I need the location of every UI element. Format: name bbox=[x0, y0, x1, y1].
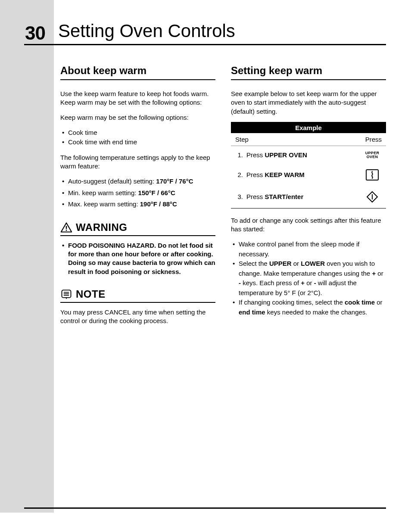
t: or bbox=[376, 270, 383, 277]
options-lead: Keep warm may be set the following optio… bbox=[60, 113, 215, 122]
list-item: Select the UPPER or LOWER oven you wish … bbox=[231, 259, 386, 298]
left-column: About keep warm Use the keep warm featur… bbox=[60, 65, 215, 331]
temp-lead: The following temperature settings apply… bbox=[60, 153, 215, 171]
list-item: Cook time with end time bbox=[60, 137, 215, 147]
kw: + bbox=[301, 279, 305, 286]
btn-line: OVEN bbox=[365, 155, 380, 159]
list-item: Wake control panel from the sleep mode i… bbox=[231, 240, 386, 259]
step-prefix: Press bbox=[246, 171, 265, 178]
step-prefix: Press bbox=[246, 151, 265, 159]
title-rule bbox=[24, 44, 386, 45]
temp-label: Max. keep warm setting: bbox=[68, 200, 138, 208]
steam-icon bbox=[369, 171, 375, 179]
t: If changing cooking times, select the bbox=[239, 299, 345, 306]
press-cell bbox=[363, 169, 382, 180]
note-label: NOTE bbox=[76, 288, 106, 300]
note-heading: NOTE bbox=[60, 288, 215, 303]
t: Select the bbox=[239, 260, 269, 267]
warning-text: FOOD POISONING HAZARD. Do not let food s… bbox=[60, 241, 215, 276]
about-keep-warm-heading: About keep warm bbox=[60, 65, 215, 80]
step-number: 2. bbox=[235, 171, 243, 178]
page-number: 30 bbox=[25, 22, 45, 44]
right-column: Setting keep warm See example below to s… bbox=[231, 65, 386, 331]
list-item: Min. keep warm setting: 150°F / 66°C bbox=[60, 188, 215, 198]
footer-rule bbox=[24, 507, 386, 509]
step-text: 1. Press UPPER OVEN bbox=[235, 151, 307, 159]
chapter-title: Setting Oven Controls bbox=[58, 21, 235, 41]
t: or bbox=[305, 279, 314, 286]
press-cell bbox=[363, 191, 382, 203]
start-enter-button-icon bbox=[366, 191, 378, 203]
table-row: 1. Press UPPER OVEN UPPER OVEN bbox=[231, 146, 386, 164]
kw: LOWER bbox=[301, 260, 325, 267]
warning-triangle-icon bbox=[60, 222, 72, 233]
table-row: 3. Press START/enter bbox=[231, 186, 386, 208]
kw: UPPER bbox=[269, 260, 292, 267]
step-key: KEEP WARM bbox=[265, 171, 305, 178]
step-text: 3. Press START/enter bbox=[235, 193, 303, 200]
temp-value: 150°F / 66°C bbox=[138, 189, 175, 196]
warning-body: FOOD POISONING HAZARD. Do not let food s… bbox=[60, 241, 215, 276]
temp-settings-list: Auto-suggest (default) setting: 170°F / … bbox=[60, 177, 215, 209]
kw: cook time bbox=[345, 299, 375, 306]
note-memo-icon bbox=[60, 289, 72, 300]
press-cell: UPPER OVEN bbox=[363, 151, 382, 159]
content-columns: About keep warm Use the keep warm featur… bbox=[60, 65, 386, 331]
temp-label: Min. keep warm setting: bbox=[68, 189, 136, 196]
temp-value: 190°F / 88°C bbox=[140, 200, 177, 208]
col-step: Step bbox=[235, 136, 249, 143]
about-intro: Use the keep warm feature to keep hot fo… bbox=[60, 90, 215, 107]
manual-page: 30 Setting Oven Controls About keep warm… bbox=[0, 0, 411, 532]
step-prefix: Press bbox=[246, 193, 265, 200]
list-item: Cook time bbox=[60, 128, 215, 138]
list-item: If changing cooking times, select the co… bbox=[231, 298, 386, 317]
t: or bbox=[292, 260, 301, 267]
t: keys needed to make the changes. bbox=[265, 308, 367, 316]
options-list: Cook time Cook time with end time bbox=[60, 128, 215, 147]
kw: + bbox=[372, 270, 376, 277]
temp-label: Auto-suggest (default) setting: bbox=[68, 177, 154, 185]
svg-rect-1 bbox=[66, 230, 67, 231]
list-item: Max. keep warm setting: 190°F / 88°C bbox=[60, 199, 215, 209]
example-column-headers: Step Press bbox=[231, 133, 386, 146]
after-start-list: Wake control panel from the sleep mode i… bbox=[231, 240, 386, 317]
example-title: Example bbox=[231, 122, 386, 133]
step-number: 3. bbox=[235, 193, 243, 200]
list-item: Auto-suggest (default) setting: 170°F / … bbox=[60, 177, 215, 187]
svg-rect-0 bbox=[66, 226, 67, 229]
step-number: 1. bbox=[235, 151, 243, 159]
setting-keep-warm-heading: Setting keep warm bbox=[231, 65, 386, 80]
t: keys. Each press of bbox=[241, 279, 301, 286]
col-press: Press bbox=[365, 136, 382, 143]
setting-intro: See example below to set keep warm for t… bbox=[231, 90, 386, 116]
step-key: UPPER OVEN bbox=[265, 151, 307, 159]
after-lead: To add or change any cook settings after… bbox=[231, 216, 386, 234]
temp-value: 170°F / 76°C bbox=[156, 177, 193, 185]
example-table: Example Step Press 1. Press UPPER OVEN U bbox=[231, 122, 386, 208]
page-margin-sidebar bbox=[0, 0, 54, 513]
step-text: 2. Press KEEP WARM bbox=[235, 171, 305, 178]
step-key: START/enter bbox=[265, 193, 304, 200]
note-text: You may press CANCEL any time when setti… bbox=[60, 308, 215, 326]
keep-warm-button-icon bbox=[366, 169, 379, 180]
upper-oven-button-icon: UPPER OVEN bbox=[365, 151, 380, 159]
warning-heading: WARNING bbox=[60, 221, 215, 236]
warning-label: WARNING bbox=[76, 221, 128, 233]
kw: end time bbox=[239, 308, 265, 316]
table-row: 2. Press KEEP WARM bbox=[231, 164, 386, 186]
t: or bbox=[375, 299, 383, 306]
